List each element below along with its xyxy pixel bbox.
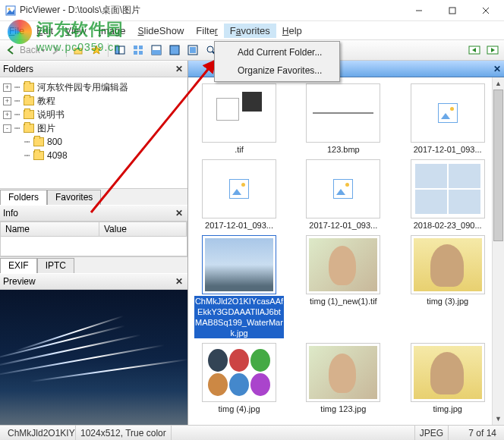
thumbnail-label: timg (3).jpg xyxy=(403,296,493,306)
svg-rect-3 xyxy=(449,8,455,14)
thumbnail-label: 2017-12-01_093... xyxy=(403,144,493,155)
info-title: Info xyxy=(3,208,174,218)
back-label: Back xyxy=(20,45,40,55)
menu-help[interactable]: Help xyxy=(276,24,308,38)
thumbnail-label: timg (1)_new(1).tif xyxy=(298,296,388,306)
menu-edit[interactable]: Edit xyxy=(30,24,59,38)
tab-favorites[interactable]: Favorites xyxy=(47,190,101,205)
info-panel-header: Info ✕ xyxy=(0,205,187,222)
file-browser: ✕ .tif123.bmp2017-12-01_093...2017-12-01… xyxy=(188,61,504,425)
thumbnail-item[interactable]: timg.jpg xyxy=(400,343,496,414)
forward-button[interactable] xyxy=(46,42,63,58)
favorite-button[interactable] xyxy=(88,42,105,58)
close-browser-icon[interactable]: ✕ xyxy=(493,64,501,74)
close-window-button[interactable] xyxy=(469,0,502,21)
tree-node[interactable]: ┈800 xyxy=(0,135,187,149)
folders-title: Folders xyxy=(3,64,174,74)
fit-button[interactable] xyxy=(184,42,201,58)
thumbnail-item[interactable]: 123.bmp xyxy=(295,83,391,155)
thumbnail-item[interactable]: ChMkJld2O1KIYcasAAfEkkY3GDAAATIlAJ6btMAB… xyxy=(191,235,287,338)
menu-filter[interactable]: Filter xyxy=(190,24,224,38)
thumbnail-item[interactable]: timg (3).jpg xyxy=(400,235,496,338)
window-title: PicViewer - D:\tools\桌面\图片 xyxy=(20,4,402,17)
status-count: 7 of 14 xyxy=(448,426,501,440)
thumbnail-image xyxy=(411,343,485,402)
single-view-button[interactable] xyxy=(166,42,183,58)
organize-favorites-item[interactable]: Organize Favorites... xyxy=(216,61,338,80)
close-folders-icon[interactable]: ✕ xyxy=(174,64,184,74)
svg-rect-14 xyxy=(152,50,161,55)
tree-node[interactable]: +┈说明书 xyxy=(0,108,187,121)
folder-icon xyxy=(24,124,34,133)
thumbnail-image xyxy=(411,83,485,143)
expand-icon[interactable]: + xyxy=(3,111,11,119)
menu-image[interactable]: Image xyxy=(93,24,132,38)
thumbnail-grid[interactable]: .tif123.bmp2017-12-01_093...2017-12-01_0… xyxy=(188,77,504,425)
menu-bar: FFileile Edit View Image SlideShow Filte… xyxy=(0,21,504,39)
thumbnail-label: 2017-12-01_093... xyxy=(298,220,388,231)
scroll-thumb[interactable] xyxy=(493,90,503,241)
thumbnail-item[interactable]: timg (4).jpg xyxy=(191,343,287,414)
thumbnail-item[interactable]: timg (1)_new(1).tif xyxy=(295,235,391,338)
prev-image-button[interactable] xyxy=(466,42,483,58)
thumbnail-image xyxy=(202,159,276,218)
back-button[interactable] xyxy=(3,42,20,58)
preview-panel-button[interactable] xyxy=(148,42,165,58)
tree-node[interactable]: +┈河东软件园专用编辑器 xyxy=(0,80,187,94)
tree-node[interactable]: -┈图片 xyxy=(0,121,187,135)
thumbnail-label: 2018-02-23_090... xyxy=(403,220,493,231)
thumbnail-label: 2017-12-01_093... xyxy=(194,220,284,231)
expand-icon[interactable]: - xyxy=(3,124,11,133)
preview-pane xyxy=(0,290,187,425)
menu-slideshow[interactable]: SlideShow xyxy=(132,24,191,38)
folders-panel-button[interactable] xyxy=(112,42,128,58)
info-col-name[interactable]: Name xyxy=(1,222,99,236)
thumbnail-item[interactable]: 2017-12-01_093... xyxy=(295,159,391,231)
menu-favorites[interactable]: Favorites xyxy=(224,24,276,38)
thumbnail-image xyxy=(411,159,485,218)
close-info-icon[interactable]: ✕ xyxy=(174,208,184,218)
tree-label: 河东软件园专用编辑器 xyxy=(37,81,128,94)
tab-exif[interactable]: EXIF xyxy=(0,258,37,273)
tab-folders[interactable]: Folders xyxy=(0,190,47,205)
info-col-value[interactable]: Value xyxy=(99,222,187,236)
next-image-button[interactable] xyxy=(484,42,501,58)
expand-icon[interactable]: + xyxy=(3,83,11,92)
add-current-folder-item[interactable]: Add Current Folder... xyxy=(216,43,338,61)
tree-label: 800 xyxy=(47,137,62,147)
folder-tree[interactable]: +┈河东软件园专用编辑器+┈教程+┈说明书-┈图片┈800┈4098 xyxy=(0,77,187,188)
tree-label: 4098 xyxy=(47,150,68,161)
thumbnails-button[interactable] xyxy=(130,42,146,58)
tree-node[interactable]: +┈教程 xyxy=(0,94,187,108)
minimize-button[interactable] xyxy=(402,0,436,21)
thumbnail-label: ChMkJld2O1KIYcasAAfEkkY3GDAAATIlAJ6btMAB… xyxy=(194,296,284,338)
maximize-button[interactable] xyxy=(436,0,469,21)
svg-point-18 xyxy=(207,46,213,52)
thumbnail-item[interactable]: 2017-12-01_093... xyxy=(400,83,496,155)
thumbnail-image xyxy=(306,159,380,218)
status-format: JPEG xyxy=(414,426,448,440)
menu-file[interactable]: FFileile xyxy=(3,24,30,38)
tab-iptc[interactable]: IPTC xyxy=(37,258,74,273)
info-tabs: EXIF IPTC xyxy=(0,256,187,273)
menu-view[interactable]: View xyxy=(59,24,93,38)
thumbnail-image xyxy=(306,235,380,294)
file-scrollbar[interactable]: ▲ ▼ xyxy=(492,77,504,425)
svg-rect-10 xyxy=(139,46,143,49)
thumbnail-item[interactable]: 2017-12-01_093... xyxy=(191,159,287,231)
thumbnail-item[interactable]: timg 123.jpg xyxy=(295,343,391,414)
close-preview-icon[interactable]: ✕ xyxy=(174,276,184,287)
expand-icon[interactable]: + xyxy=(3,97,11,105)
thumbnail-label: 123.bmp xyxy=(298,144,388,155)
folder-icon xyxy=(24,110,34,119)
folder-icon xyxy=(24,96,34,105)
tree-node[interactable]: ┈4098 xyxy=(0,149,187,162)
scroll-down-icon[interactable]: ▼ xyxy=(493,413,504,425)
back-dropdown-icon[interactable]: ▾ xyxy=(42,47,45,54)
thumbnail-image xyxy=(202,235,276,294)
thumbnail-item[interactable]: 2018-02-23_090... xyxy=(400,159,496,231)
scroll-up-icon[interactable]: ▲ xyxy=(493,77,504,90)
status-bar: ChMkJld2O1KIY 1024x512, True color JPEG … xyxy=(0,425,504,440)
thumbnail-item[interactable]: .tif xyxy=(191,83,287,155)
up-folder-button[interactable] xyxy=(70,42,87,58)
